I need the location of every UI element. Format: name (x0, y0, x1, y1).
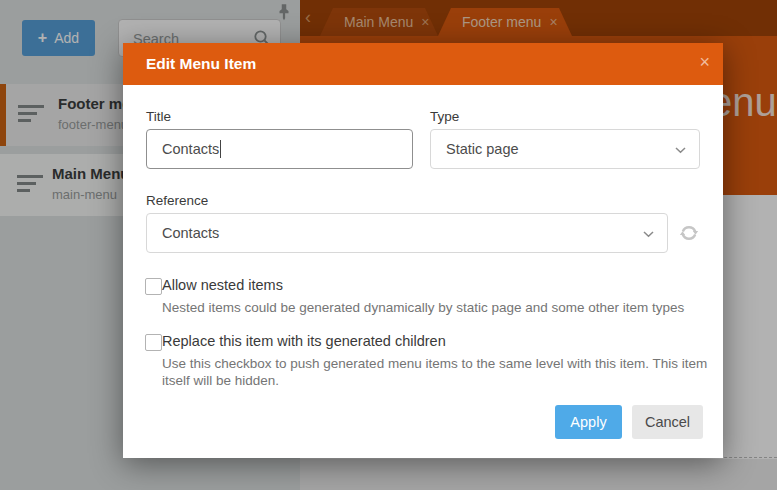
reference-select[interactable]: Contacts (146, 213, 668, 253)
refresh-icon[interactable] (678, 222, 700, 244)
chevron-down-icon (643, 231, 654, 238)
title-input-value: Contacts (162, 141, 219, 157)
apply-button[interactable]: Apply (555, 405, 622, 439)
dialog-title: Edit Menu Item (146, 55, 256, 73)
cancel-button[interactable]: Cancel (632, 405, 703, 439)
edit-menu-item-dialog: Edit Menu Item × Title Contacts Type Sta… (123, 43, 723, 458)
title-field-label: Title (146, 109, 171, 124)
chevron-down-icon (675, 147, 686, 154)
reference-select-value: Contacts (162, 225, 219, 241)
replace-item-label: Replace this item with its generated chi… (162, 333, 446, 349)
title-input[interactable]: Contacts (146, 129, 413, 169)
replace-item-checkbox[interactable] (145, 334, 162, 351)
allow-nested-items-help: Nested items could be generated dynamica… (162, 299, 710, 316)
close-icon[interactable]: × (699, 52, 710, 73)
reference-field-label: Reference (146, 193, 208, 208)
allow-nested-items-checkbox[interactable] (145, 278, 162, 295)
allow-nested-items-label: Allow nested items (162, 277, 283, 293)
replace-item-help: Use this checkbox to push generated menu… (162, 355, 710, 389)
type-select-value: Static page (446, 141, 519, 157)
menu-manager-page: + Add Footer menu footer-menu (0, 0, 777, 490)
type-select[interactable]: Static page (430, 129, 700, 169)
dialog-header: Edit Menu Item × (123, 43, 723, 85)
text-caret (220, 140, 221, 158)
type-field-label: Type (430, 109, 459, 124)
